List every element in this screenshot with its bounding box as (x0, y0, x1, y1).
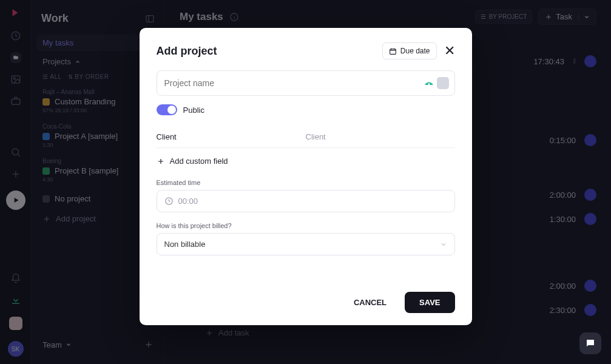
public-toggle[interactable] (157, 104, 177, 115)
clock-icon (164, 197, 174, 206)
due-date-button[interactable]: Due date (382, 42, 437, 59)
svg-rect-7 (390, 49, 396, 54)
calendar-icon (389, 47, 397, 55)
cancel-button[interactable]: CANCEL (344, 292, 396, 313)
project-name-input[interactable] (157, 70, 455, 96)
billed-label: How is this project billed? (157, 222, 455, 229)
svg-point-8 (428, 83, 430, 85)
add-project-modal: Add project Due date ✕ Public Client Cli… (140, 28, 472, 325)
plus-icon (157, 157, 165, 166)
visibility-icon[interactable] (424, 78, 434, 89)
color-picker[interactable] (437, 77, 449, 89)
billing-select[interactable]: Non billable (157, 233, 455, 255)
client-field[interactable]: Client Client (157, 126, 455, 148)
public-label: Public (183, 106, 204, 115)
close-icon[interactable]: ✕ (444, 44, 455, 58)
chat-fab[interactable] (579, 332, 601, 354)
estimated-time-label: Estimated time (157, 179, 455, 186)
modal-overlay: Add project Due date ✕ Public Client Cli… (0, 0, 611, 364)
chevron-down-icon (440, 241, 447, 248)
add-custom-field-button[interactable]: Add custom field (157, 148, 455, 169)
modal-title: Add project (157, 45, 382, 58)
save-button[interactable]: SAVE (405, 292, 454, 313)
estimated-time-input[interactable]: 00:00 (157, 190, 455, 212)
